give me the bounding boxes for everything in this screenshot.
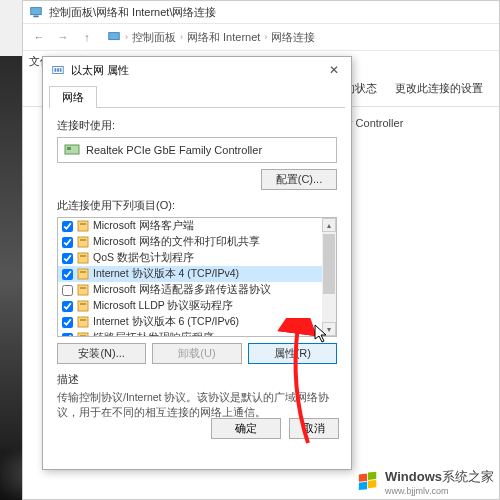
properties-button[interactable]: 属性(R) — [248, 343, 337, 364]
adapter-box: Realtek PCIe GbE Family Controller — [57, 137, 337, 163]
scroll-thumb[interactable] — [323, 234, 335, 294]
explorer-titlebar: 控制面板\网络和 Internet\网络连接 — [23, 1, 499, 23]
adapter-icon — [64, 143, 80, 157]
protocol-item[interactable]: Microsoft LLDP 协议驱动程序 — [58, 298, 322, 314]
install-button[interactable]: 安装(N)... — [57, 343, 146, 364]
svg-rect-2 — [109, 33, 120, 40]
protocol-checkbox[interactable] — [62, 269, 73, 280]
scrollbar-vertical[interactable]: ▴ ▾ — [322, 218, 336, 336]
protocol-item[interactable]: Internet 协议版本 6 (TCP/IPv6) — [58, 314, 322, 330]
svg-rect-4 — [55, 68, 57, 72]
explorer-navbar: ← → ↑ › 控制面板 › 网络和 Internet › 网络连接 — [23, 23, 499, 51]
svg-rect-22 — [80, 319, 86, 321]
protocol-label: Microsoft LLDP 协议驱动程序 — [93, 299, 234, 313]
svg-rect-6 — [60, 68, 62, 72]
svg-rect-21 — [78, 317, 88, 327]
protocol-label: 链路层拓扑发现响应程序 — [93, 331, 214, 336]
svg-rect-17 — [78, 285, 88, 295]
protocol-label: Internet 协议版本 4 (TCP/IPv4) — [93, 267, 239, 281]
dialog-title: 以太网 属性 — [71, 63, 129, 78]
protocol-item[interactable]: Microsoft 网络适配器多路传送器协议 — [58, 282, 322, 298]
tabstrip: 网络 — [43, 83, 351, 107]
close-button[interactable]: ✕ — [325, 61, 343, 79]
protocol-icon — [77, 220, 89, 232]
protocol-label: Microsoft 网络的文件和打印机共享 — [93, 235, 260, 249]
svg-rect-28 — [368, 480, 376, 488]
watermark-brand-en: Windows — [385, 469, 442, 484]
protocol-label: Internet 协议版本 6 (TCP/IPv6) — [93, 315, 239, 329]
protocol-item[interactable]: 链路层拓扑发现响应程序 — [58, 330, 322, 336]
back-button[interactable]: ← — [29, 27, 49, 47]
breadcrumb-item[interactable]: 网络连接 — [271, 30, 315, 45]
protocol-label: Microsoft 网络适配器多路传送器协议 — [93, 283, 271, 297]
svg-rect-5 — [57, 68, 59, 72]
watermark-url: www.bjjmlv.com — [385, 486, 494, 496]
ok-button[interactable]: 确定 — [211, 418, 281, 439]
svg-rect-16 — [80, 271, 86, 273]
protocol-label: QoS 数据包计划程序 — [93, 251, 194, 265]
watermark-brand-cn: 系统之家 — [442, 469, 494, 484]
svg-rect-12 — [80, 239, 86, 241]
network-icon — [29, 5, 43, 19]
ethernet-properties-dialog: 以太网 属性 ✕ 网络 连接时使用: Realtek PCIe GbE Fami… — [42, 56, 352, 470]
protocol-icon — [77, 316, 89, 328]
svg-rect-1 — [33, 16, 38, 18]
protocol-checkbox[interactable] — [62, 285, 73, 296]
protocol-item[interactable]: QoS 数据包计划程序 — [58, 250, 322, 266]
protocol-icon — [77, 284, 89, 296]
protocol-item[interactable]: Microsoft 网络的文件和打印机共享 — [58, 234, 322, 250]
watermark: Windows系统之家 www.bjjmlv.com — [357, 468, 494, 496]
breadcrumb[interactable]: › 控制面板 › 网络和 Internet › 网络连接 — [107, 30, 315, 45]
protocol-list[interactable]: Microsoft 网络客户端Microsoft 网络的文件和打印机共享QoS … — [57, 217, 337, 337]
adapter-name: Realtek PCIe GbE Family Controller — [86, 144, 262, 156]
protocol-item[interactable]: Microsoft 网络客户端 — [58, 218, 322, 234]
protocol-icon — [77, 268, 89, 280]
svg-rect-20 — [80, 303, 86, 305]
toolbar-change-settings[interactable]: 更改此连接的设置 — [395, 81, 483, 96]
dialog-titlebar: 以太网 属性 ✕ — [43, 57, 351, 83]
breadcrumb-item[interactable]: 控制面板 — [132, 30, 176, 45]
background-strip — [0, 56, 22, 500]
svg-rect-9 — [78, 221, 88, 231]
connect-using-label: 连接时使用: — [57, 118, 337, 133]
protocol-checkbox[interactable] — [62, 253, 73, 264]
scroll-down-button[interactable]: ▾ — [322, 322, 336, 336]
ethernet-icon — [51, 63, 65, 77]
forward-button[interactable]: → — [53, 27, 73, 47]
svg-rect-11 — [78, 237, 88, 247]
svg-rect-25 — [359, 474, 367, 482]
tab-network[interactable]: 网络 — [49, 86, 97, 108]
description-heading: 描述 — [57, 372, 337, 387]
protocol-icon — [77, 300, 89, 312]
svg-rect-8 — [67, 147, 71, 150]
svg-rect-27 — [359, 482, 367, 490]
items-label: 此连接使用下列项目(O): — [57, 198, 337, 213]
svg-rect-0 — [31, 8, 42, 15]
svg-rect-10 — [80, 223, 86, 225]
svg-rect-24 — [80, 335, 86, 336]
protocol-checkbox[interactable] — [62, 317, 73, 328]
windows-logo-icon — [357, 471, 379, 493]
explorer-title: 控制面板\网络和 Internet\网络连接 — [49, 5, 216, 20]
protocol-icon — [77, 332, 89, 336]
svg-rect-14 — [80, 255, 86, 257]
svg-rect-18 — [80, 287, 86, 289]
scroll-up-button[interactable]: ▴ — [322, 218, 336, 232]
protocol-icon — [77, 236, 89, 248]
up-button[interactable]: ↑ — [77, 27, 97, 47]
protocol-checkbox[interactable] — [62, 221, 73, 232]
network-icon — [107, 30, 121, 44]
protocol-checkbox[interactable] — [62, 237, 73, 248]
configure-button[interactable]: 配置(C)... — [261, 169, 337, 190]
protocol-checkbox[interactable] — [62, 333, 73, 337]
protocol-label: Microsoft 网络客户端 — [93, 219, 194, 233]
protocol-item[interactable]: Internet 协议版本 4 (TCP/IPv4) — [58, 266, 322, 282]
svg-rect-15 — [78, 269, 88, 279]
protocol-icon — [77, 252, 89, 264]
protocol-checkbox[interactable] — [62, 301, 73, 312]
cancel-button[interactable]: 取消 — [289, 418, 339, 439]
svg-rect-19 — [78, 301, 88, 311]
tab-body: 连接时使用: Realtek PCIe GbE Family Controlle… — [49, 107, 345, 409]
breadcrumb-item[interactable]: 网络和 Internet — [187, 30, 260, 45]
svg-rect-13 — [78, 253, 88, 263]
